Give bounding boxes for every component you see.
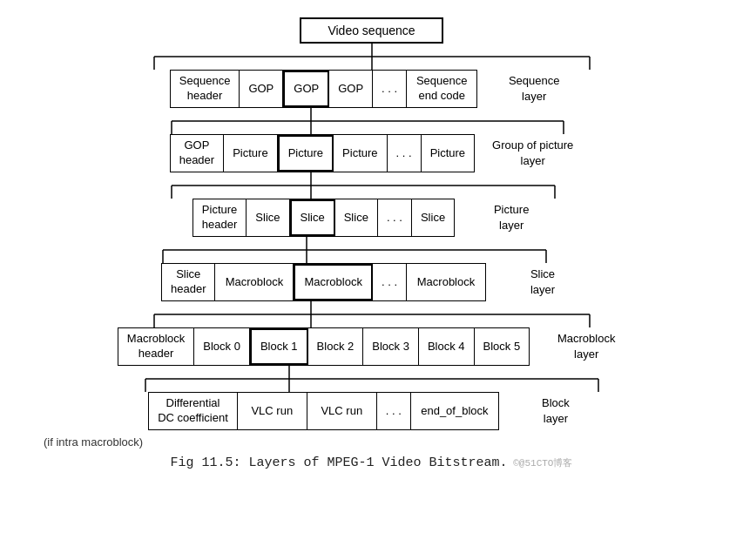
cell-block-dots: . . .	[377, 393, 411, 429]
cell-mb-block5: Block 5	[475, 328, 530, 365]
cell-seq-gop2-highlighted: GOP	[283, 71, 329, 107]
cell-gop-dots: . . .	[388, 135, 422, 172]
cell-block-dc: DifferentialDC coefficient	[149, 393, 238, 429]
picture-layer-row: Pictureheader Slice Slice Slice . . . Sl…	[17, 199, 726, 237]
cell-pic-slice1: Slice	[247, 199, 289, 236]
cell-seq-header: Sequenceheader	[171, 71, 240, 107]
cell-block-vlc2: VLC run	[307, 393, 377, 429]
connector-0	[84, 44, 659, 70]
block-layer: DifferentialDC coefficient VLC run VLC r…	[148, 392, 499, 430]
picture-layer: Pictureheader Slice Slice Slice . . . Sl…	[193, 199, 455, 237]
cell-slice-mb3: Macroblock	[407, 264, 485, 300]
cell-gop-pic3: Picture	[334, 135, 387, 172]
cell-pic-header: Pictureheader	[193, 199, 247, 236]
cell-mb-header: Macroblockheader	[118, 328, 194, 365]
slice-layer-row: Sliceheader Macroblock Macroblock . . . …	[17, 263, 726, 301]
cell-seq-dots: . . .	[373, 71, 407, 107]
block-layer-row: DifferentialDC coefficient VLC run VLC r…	[17, 392, 726, 430]
cell-slice-mb1: Macroblock	[215, 264, 294, 300]
slice-layer: Sliceheader Macroblock Macroblock . . . …	[161, 263, 486, 301]
connector-1	[84, 108, 659, 134]
cell-gop-pic4: Picture	[422, 135, 474, 172]
cell-mb-block1-highlighted: Block 1	[250, 328, 308, 365]
cell-mb-block4: Block 4	[419, 328, 475, 365]
connector-2	[84, 172, 659, 199]
cell-slice-dots: . . .	[373, 264, 407, 300]
macroblock-layer: Macroblockheader Block 0 Block 1 Block 2…	[118, 327, 530, 366]
cell-mb-block2: Block 2	[308, 328, 364, 365]
cell-seq-gop3: GOP	[329, 71, 373, 107]
cell-seq-end: Sequenceend code	[407, 71, 476, 107]
cell-slice-header: Sliceheader	[162, 264, 215, 300]
gop-layer-row: GOPheader Picture Picture Picture . . . …	[17, 134, 726, 172]
gop-layer: GOPheader Picture Picture Picture . . . …	[170, 134, 475, 172]
gop-layer-label: Group of picturelayer	[492, 138, 573, 169]
picture-layer-label: Picturelayer	[472, 202, 550, 233]
cell-pic-dots: . . .	[378, 199, 412, 236]
sequence-layer-row: Sequenceheader GOP GOP GOP . . . Sequenc…	[17, 70, 726, 108]
cell-gop-pic2-highlighted: Picture	[278, 135, 334, 172]
caption-note: (if intra macroblock)	[17, 435, 726, 449]
cell-pic-slice4: Slice	[412, 199, 454, 236]
cell-pic-slice3: Slice	[335, 199, 378, 236]
cell-gop-pic1: Picture	[224, 135, 277, 172]
figure-caption: Fig 11.5: Layers of MPEG-1 Video Bitstre…	[17, 455, 726, 470]
macroblock-layer-row: Macroblockheader Block 0 Block 1 Block 2…	[17, 327, 726, 366]
cell-pic-slice2-highlighted: Slice	[290, 199, 335, 236]
top-node: Video sequence	[300, 17, 442, 44]
cell-mb-block3: Block 3	[363, 328, 419, 365]
sequence-layer: Sequenceheader GOP GOP GOP . . . Sequenc…	[170, 70, 477, 108]
sequence-layer-label: Sequencelayer	[495, 73, 573, 105]
cell-gop-header: GOPheader	[171, 135, 224, 172]
connector-4	[84, 301, 659, 327]
connector-5	[84, 366, 659, 392]
cell-mb-block0: Block 0	[194, 328, 250, 365]
diagram-container: Video sequence Sequenceheader GOP GOP GO…	[17, 17, 726, 430]
connector-3	[84, 237, 659, 263]
cell-seq-gop1: GOP	[240, 71, 283, 107]
cell-block-vlc1: VLC run	[238, 393, 307, 429]
slice-layer-label: Slicelayer	[503, 267, 582, 298]
macroblock-layer-label: Macroblocklayer	[547, 331, 625, 362]
block-layer-label: Blocklayer	[517, 395, 595, 427]
cell-slice-mb2-highlighted: Macroblock	[294, 264, 372, 300]
cell-block-end: end_of_block	[411, 393, 498, 429]
